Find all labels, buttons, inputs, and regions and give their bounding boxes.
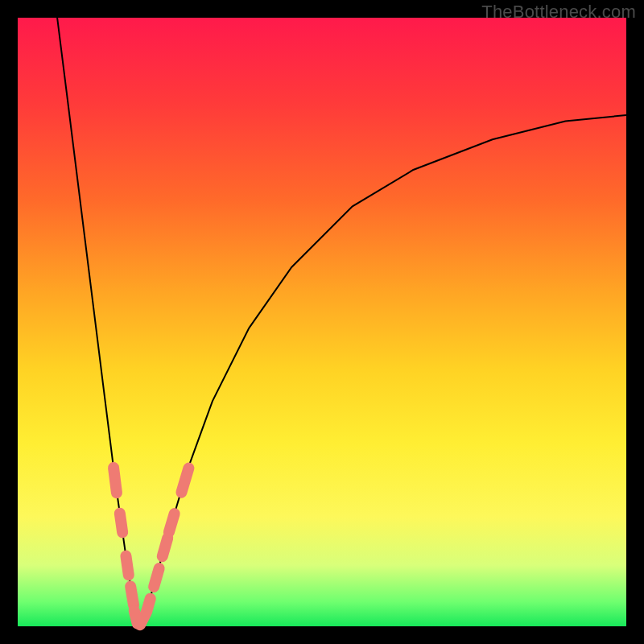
curve-marker bbox=[120, 550, 135, 581]
curve-marker bbox=[140, 592, 158, 618]
curve-marker bbox=[175, 461, 196, 500]
curve-markers bbox=[107, 461, 196, 633]
curve-marker bbox=[162, 506, 181, 539]
curve-marker bbox=[114, 507, 129, 539]
bottleneck-curve-svg bbox=[18, 18, 626, 626]
chart-frame: TheBottleneck.com bbox=[0, 0, 644, 644]
chart-plot-area bbox=[18, 18, 626, 626]
curve-marker bbox=[147, 561, 166, 593]
watermark-text: TheBottleneck.com bbox=[481, 2, 636, 23]
curve-marker bbox=[107, 461, 123, 499]
bottleneck-curve bbox=[57, 18, 626, 626]
